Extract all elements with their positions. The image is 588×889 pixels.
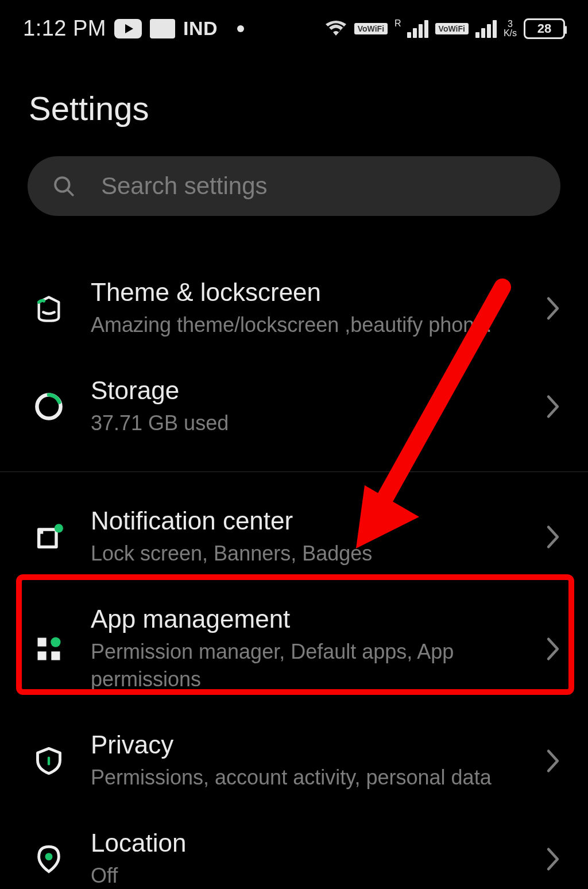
- storage-icon: [32, 390, 65, 423]
- svg-point-7: [51, 637, 60, 647]
- app-notification-icon: [150, 19, 175, 38]
- status-time: 1:12 PM: [23, 16, 106, 41]
- roaming-indicator: R: [394, 18, 401, 29]
- item-subtitle: Lock screen, Banners, Badges: [91, 540, 520, 568]
- chevron-right-icon: [546, 394, 560, 419]
- status-bar: 1:12 PM IND VoWiFi R VoWiFi 3 K/s 28: [0, 0, 588, 55]
- signal-bars-2: [475, 20, 497, 38]
- speed-value: 3: [508, 19, 513, 29]
- item-title: Privacy: [91, 730, 520, 759]
- item-subtitle: Permission manager, Default apps, App pe…: [91, 638, 520, 694]
- item-storage[interactable]: Storage 37.71 GB used: [0, 358, 588, 456]
- search-icon: [52, 174, 76, 198]
- status-right: VoWiFi R VoWiFi 3 K/s 28: [324, 18, 565, 39]
- item-privacy[interactable]: Privacy Permissions, account activity, p…: [0, 712, 588, 810]
- item-app-management[interactable]: App management Permission manager, Defau…: [0, 586, 588, 712]
- youtube-icon: [114, 19, 142, 38]
- signal-bars-1: [407, 20, 428, 38]
- notification-icon: [32, 520, 65, 554]
- section-divider: [0, 471, 588, 472]
- item-theme-lockscreen[interactable]: Theme & lockscreen Amazing theme/lockscr…: [0, 260, 588, 358]
- item-location[interactable]: Location Off: [0, 810, 588, 889]
- item-title: Notification center: [91, 507, 520, 535]
- app-management-icon: [32, 632, 65, 666]
- item-subtitle: Off: [91, 862, 520, 889]
- svg-rect-8: [38, 652, 47, 660]
- item-title: App management: [91, 605, 520, 633]
- svg-rect-9: [51, 652, 60, 660]
- item-title: Theme & lockscreen: [91, 278, 520, 307]
- theme-icon: [32, 292, 65, 325]
- location-icon: [32, 842, 65, 876]
- battery-indicator: 28: [524, 18, 565, 39]
- chevron-right-icon: [546, 296, 560, 321]
- status-left: 1:12 PM IND: [23, 16, 244, 41]
- vowifi-badge-2: VoWiFi: [435, 23, 469, 34]
- svg-point-5: [55, 524, 63, 533]
- settings-list: Theme & lockscreen Amazing theme/lockscr…: [0, 216, 588, 889]
- search-input[interactable]: Search settings: [28, 156, 560, 216]
- chevron-right-icon: [546, 524, 560, 550]
- svg-rect-6: [38, 638, 47, 647]
- svg-rect-10: [48, 757, 50, 766]
- chevron-right-icon: [546, 847, 560, 872]
- carrier-label: IND: [183, 17, 218, 40]
- item-subtitle: Permissions, account activity, personal …: [91, 764, 520, 792]
- search-placeholder: Search settings: [101, 172, 268, 200]
- wifi-icon: [324, 20, 347, 38]
- vowifi-badge-1: VoWiFi: [354, 23, 388, 34]
- svg-point-11: [45, 853, 53, 860]
- item-notification-center[interactable]: Notification center Lock screen, Banners…: [0, 488, 588, 586]
- svg-rect-4: [39, 529, 44, 534]
- item-title: Storage: [91, 376, 520, 405]
- chevron-right-icon: [546, 636, 560, 662]
- item-subtitle: 37.71 GB used: [91, 409, 520, 438]
- speed-unit: K/s: [504, 28, 517, 38]
- item-title: Location: [91, 829, 520, 857]
- network-speed: 3 K/s: [504, 20, 517, 38]
- privacy-icon: [32, 744, 65, 778]
- item-subtitle: Amazing theme/lockscreen ,beautify phone…: [91, 311, 520, 339]
- page-title: Settings: [0, 55, 588, 156]
- chevron-right-icon: [546, 748, 560, 774]
- svg-line-1: [68, 190, 73, 195]
- more-notifications-dot: [237, 25, 244, 32]
